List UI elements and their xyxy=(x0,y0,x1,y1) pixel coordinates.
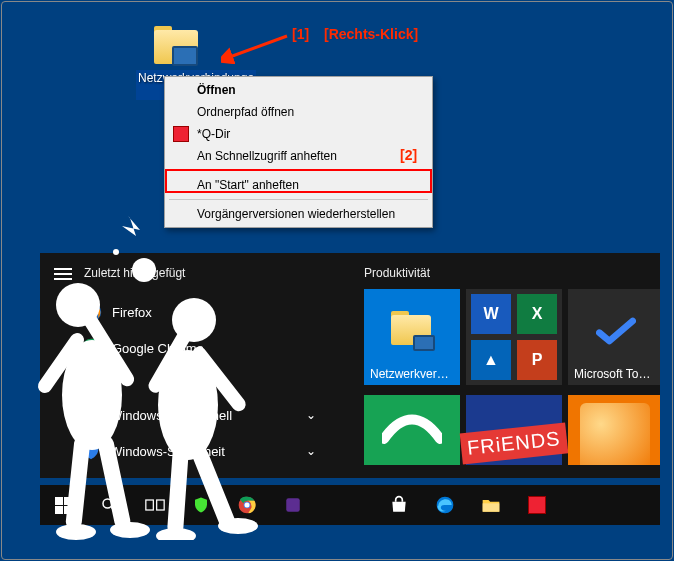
menu-item-label: An Schnellzugriff anheften xyxy=(197,149,337,163)
hamburger-button[interactable] xyxy=(54,268,72,280)
snack-icon xyxy=(580,403,650,465)
powershell-icon xyxy=(80,403,102,428)
app-icon xyxy=(284,496,302,514)
annotation-arrow-1 xyxy=(221,30,291,64)
start-menu: Zuletzt hinzugefügt Produktivität Firefo… xyxy=(40,253,660,478)
svg-point-13 xyxy=(245,503,250,508)
start-folders: Windows PowerShell ⌄ Windows-Sicherheit … xyxy=(80,398,330,468)
store-icon xyxy=(389,495,409,515)
search-icon xyxy=(100,496,118,514)
chrome-icon xyxy=(80,336,104,360)
menu-item-open-path[interactable]: Ordnerpfad öffnen xyxy=(167,101,430,123)
chevron-down-icon: ⌄ xyxy=(306,444,316,458)
file-explorer-icon xyxy=(481,496,501,514)
menu-item-pin-start[interactable]: An "Start" anheften xyxy=(167,174,430,196)
menu-item-label: Vorgängerversionen wiederherstellen xyxy=(197,207,395,221)
svg-rect-10 xyxy=(157,500,165,510)
tile-orange-app[interactable] xyxy=(568,395,660,465)
tile-green-app[interactable] xyxy=(364,395,460,465)
menu-item-label: Öffnen xyxy=(197,83,236,97)
svg-point-7 xyxy=(103,499,112,508)
chrome-icon xyxy=(237,495,257,515)
task-view-icon xyxy=(145,497,165,513)
folder-network-icon xyxy=(148,24,202,68)
todo-check-icon xyxy=(596,316,636,346)
svg-point-32 xyxy=(156,528,196,540)
firefox-icon xyxy=(80,300,104,324)
taskbar-app-chrome[interactable] xyxy=(224,485,270,525)
taskbar xyxy=(40,485,660,525)
menu-separator xyxy=(169,170,428,171)
taskbar-app-generic[interactable] xyxy=(270,485,316,525)
menu-item-qdir[interactable]: *Q-Dir xyxy=(167,123,430,145)
powerpoint-icon: P xyxy=(517,340,557,380)
word-icon: W xyxy=(471,294,511,334)
section-productivity-label: Produktivität xyxy=(364,266,430,280)
svg-line-8 xyxy=(111,507,116,512)
annotation-1-number: [1] xyxy=(292,26,309,42)
annotation-2-number: [2] xyxy=(400,147,417,163)
windows-logo-icon xyxy=(55,497,72,514)
taskbar-app-qdir[interactable] xyxy=(514,485,560,525)
taskbar-search-button[interactable] xyxy=(86,485,132,525)
tile-microsoft-todo[interactable]: Microsoft To… xyxy=(568,289,660,385)
svg-rect-6 xyxy=(82,406,100,421)
svg-point-24 xyxy=(56,524,96,540)
taskbar-app-edge[interactable] xyxy=(422,485,468,525)
folder-label: Windows-Sicherheit xyxy=(110,444,225,459)
edge-icon xyxy=(435,495,455,515)
recent-app-list: Firefox Google Chrome xyxy=(80,295,212,365)
menu-item-pin-quickaccess[interactable]: An Schnellzugriff anheften xyxy=(167,145,430,167)
tile-group-2: FRiENDS xyxy=(364,395,660,465)
svg-rect-9 xyxy=(146,500,154,510)
friends-logo: FRiENDS xyxy=(460,422,568,464)
tile-caption: Microsoft To… xyxy=(574,367,658,381)
menu-separator xyxy=(169,199,428,200)
app-item-chrome[interactable]: Google Chrome xyxy=(80,331,212,365)
app-item-label: Google Chrome xyxy=(112,341,204,356)
folder-powershell[interactable]: Windows PowerShell ⌄ xyxy=(80,398,330,432)
annotation-1-text: [Rechts-Klick] xyxy=(324,26,418,42)
tile-caption: Netzwerkverb… xyxy=(370,367,454,381)
taskbar-app-explorer[interactable] xyxy=(468,485,514,525)
taskbar-app-shield[interactable] xyxy=(178,485,224,525)
onedrive-icon: ▲ xyxy=(471,340,511,380)
folder-network-icon xyxy=(389,311,435,351)
context-menu: Öffnen Ordnerpfad öffnen *Q-Dir An Schne… xyxy=(164,76,433,228)
chevron-down-icon: ⌄ xyxy=(306,408,316,422)
task-view-button[interactable] xyxy=(132,485,178,525)
tile-group-1: Netzwerkverb… W X ▲ P Microsoft To… xyxy=(364,289,660,385)
qdir-icon xyxy=(528,496,546,514)
menu-item-label: Ordnerpfad öffnen xyxy=(197,105,294,119)
svg-rect-16 xyxy=(483,503,500,511)
excel-icon: X xyxy=(517,294,557,334)
shield-icon xyxy=(192,496,210,514)
tile-office-group[interactable]: W X ▲ P xyxy=(466,289,562,385)
tile-friends-app[interactable]: FRiENDS xyxy=(466,395,562,465)
folder-label: Windows PowerShell xyxy=(110,408,232,423)
section-recent-label: Zuletzt hinzugefügt xyxy=(84,266,185,280)
swoosh-icon xyxy=(382,409,442,449)
svg-line-0 xyxy=(227,36,287,58)
qdir-icon xyxy=(173,126,189,142)
shield-icon xyxy=(80,439,102,464)
office-mini-grid: W X ▲ P xyxy=(471,294,557,380)
tile-network-connections[interactable]: Netzwerkverb… xyxy=(364,289,460,385)
app-item-label: Firefox xyxy=(112,305,152,320)
app-item-firefox[interactable]: Firefox xyxy=(80,295,212,329)
svg-point-5 xyxy=(89,345,95,351)
folder-windows-security[interactable]: Windows-Sicherheit ⌄ xyxy=(80,434,330,468)
menu-item-open[interactable]: Öffnen xyxy=(167,79,430,101)
menu-item-label: An "Start" anheften xyxy=(197,178,299,192)
start-button[interactable] xyxy=(40,485,86,525)
taskbar-app-store[interactable] xyxy=(376,485,422,525)
menu-item-label: *Q-Dir xyxy=(197,127,230,141)
svg-rect-14 xyxy=(286,498,300,512)
menu-item-previous-versions[interactable]: Vorgängerversionen wiederherstellen xyxy=(167,203,430,225)
